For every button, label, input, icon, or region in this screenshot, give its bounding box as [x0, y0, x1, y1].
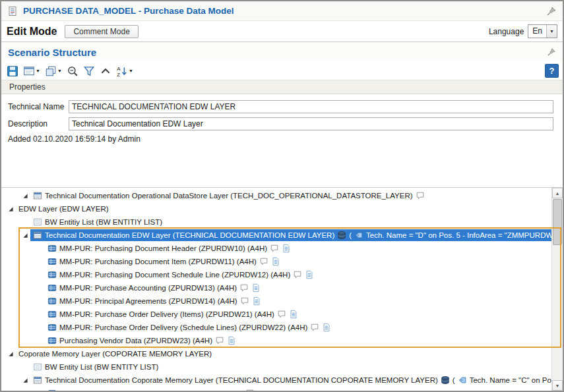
tree-expander-icon[interactable]: [20, 192, 30, 200]
tree-row[interactable]: MM-PUR: Purchase Order Delivery (Items) …: [1, 308, 551, 321]
language-select[interactable]: En ▼: [528, 24, 557, 38]
chevron-down-icon[interactable]: ▼: [546, 25, 557, 38]
titlebar-pin-button[interactable]: [546, 6, 557, 16]
tree-row[interactable]: MM-PUR: Purchase Data Header (ZPURDW10) …: [1, 387, 551, 391]
document-icon: [289, 310, 298, 319]
sort-button[interactable]: ▼: [115, 64, 135, 78]
language-group: Language En ▼: [489, 24, 557, 38]
save-button[interactable]: [5, 64, 20, 78]
description-input[interactable]: [69, 117, 553, 130]
language-label: Language: [489, 27, 524, 36]
scenario-pin-button[interactable]: [547, 47, 556, 57]
comment-mode-button[interactable]: Comment Mode: [65, 25, 138, 38]
properties-form: Technical Name Description Added 02.10.2…: [1, 94, 563, 187]
database-icon: [337, 231, 346, 240]
chevron-down-icon[interactable]: ▼: [129, 69, 133, 73]
tree-row[interactable]: BW Entity List (BW ENTITY LIST): [1, 360, 551, 374]
entity-list-icon: [33, 362, 42, 372]
tech-name-info: Tech. Name = "C" on Pos. 5 - InfoArea: [470, 376, 551, 384]
copy-button[interactable]: ▼: [44, 64, 63, 78]
help-button[interactable]: ?: [545, 64, 559, 78]
pin-icon: [547, 47, 556, 57]
collapse-all-icon: [100, 65, 111, 77]
comment-icon: [310, 323, 319, 332]
tree-row[interactable]: MM-PUR: Purchase Order Delivery (Schedul…: [1, 321, 551, 334]
tree-row[interactable]: Coporate Memory Layer (COPORATE MEMORY L…: [1, 347, 551, 360]
copy-icon: [45, 65, 57, 77]
toolbar-buttons: ▼▼▼: [5, 64, 135, 78]
scenario-tree-area: Technical Documentation Operational Data…: [1, 187, 563, 391]
technical-name-label: Technical Name: [8, 102, 69, 111]
tree-row-label: Technical Documentation Operational Data…: [45, 192, 413, 200]
scroll-down-button[interactable]: ▼: [552, 380, 563, 391]
filter-icon: [83, 65, 95, 77]
suffix-open-paren: (: [453, 376, 455, 384]
tree-row-label: BW Entitiy List (BW ENTITIY LIST): [45, 218, 162, 226]
added-info-text: Added 02.10.2020 16:59:14 by Admin: [8, 134, 553, 144]
properties-tab-label: Properties: [9, 82, 46, 92]
sort-icon: [116, 65, 128, 77]
tree-row[interactable]: Technical Documentation Operational Data…: [1, 189, 551, 202]
tree-row-label: BW Entity List (BW ENTITY LIST): [45, 363, 158, 371]
chevron-down-icon[interactable]: ▼: [36, 69, 40, 73]
tree-row[interactable]: MM-PUR: Purchasing Document Item (ZPURDW…: [1, 255, 551, 268]
app-window: PURCHASE DATA_MODEL - Purchase Data Mode…: [0, 0, 564, 392]
comment-icon: [245, 389, 255, 391]
tree-row-label: Technical Documentation Coporate Memory …: [45, 376, 438, 384]
tech-name-info: Tech. Name = "D" on Pos. 5 - InfoArea = …: [366, 231, 551, 239]
tree-expander-icon[interactable]: [5, 206, 16, 213]
data-model-icon: [47, 257, 57, 266]
data-model-icon: [47, 336, 57, 345]
properties-strip: Properties: [1, 80, 563, 94]
tree-row-label: Technical Documentation EDW Layer (TECHN…: [45, 231, 334, 239]
database-icon: [441, 376, 450, 385]
tree-row[interactable]: MM-PUR: Purchasing Document Header (ZPUR…: [1, 242, 551, 255]
app-document-icon: [7, 6, 18, 16]
tag-icon: [354, 231, 363, 240]
description-row: Description: [8, 117, 553, 130]
comment-icon: [215, 336, 224, 345]
titlebar: PURCHASE DATA_MODEL - Purchase Data Mode…: [1, 1, 563, 21]
tree-row-label: MM-PUR: Purchasing Document Schedule Lin…: [59, 271, 290, 279]
tree-row-label: MM-PUR: Purchase Accounting (ZPURDW13) (…: [59, 284, 237, 292]
zoom-button[interactable]: [65, 64, 80, 78]
tree-expander-icon[interactable]: [20, 232, 30, 239]
tree-row-label: MM-PUR: Purchase Order Delivery (Items) …: [59, 310, 274, 318]
filter-button[interactable]: [82, 64, 96, 78]
save-icon: [7, 65, 18, 77]
display-options-button[interactable]: ▼: [22, 64, 42, 78]
tree-row-label: MM-PUR: Purchase Data Header (ZPURDW10) …: [59, 389, 243, 391]
scenario-header: Scenario Structure: [1, 42, 563, 62]
comment-icon: [270, 244, 279, 253]
data-model-icon: [47, 244, 57, 253]
tree-row-label: MM-PUR: Purchase Order Delivery (Schedul…: [59, 323, 307, 331]
tree-row-label: Coporate Memory Layer (COPORATE MEMORY L…: [18, 350, 212, 358]
vertical-scrollbar[interactable]: ▲ ▼: [551, 188, 563, 391]
scenario-toolbar: ▼▼▼ ?: [1, 62, 563, 80]
data-model-icon: [47, 310, 57, 319]
document-icon: [305, 270, 314, 279]
tree-expander-icon[interactable]: [5, 350, 16, 358]
scenario-icon: [33, 191, 42, 200]
scroll-up-button[interactable]: ▲: [552, 188, 563, 198]
tree-row-label: MM-PUR: Principal Agreements (ZPURDW14) …: [59, 297, 237, 305]
tree-row[interactable]: EDW Layer (EDW LAYER): [1, 202, 551, 215]
comment-icon: [259, 257, 268, 266]
data-model-icon: [47, 296, 57, 306]
tree-row[interactable]: Technical Documentation EDW Layer (TECHN…: [1, 229, 551, 242]
tree-row[interactable]: BW Entitiy List (BW ENTITIY LIST): [1, 215, 551, 229]
comment-icon: [416, 191, 425, 200]
tree-row[interactable]: MM-PUR: Purchase Accounting (ZPURDW13) (…: [1, 281, 551, 294]
tree-row[interactable]: Purchasing Vendor Data (ZPURDW23) (A4H): [1, 334, 551, 347]
tree-expander-icon[interactable]: [20, 377, 30, 384]
tree-row-label: Purchasing Vendor Data (ZPURDW23) (A4H): [59, 337, 212, 345]
tree-row[interactable]: MM-PUR: Principal Agreements (ZPURDW14) …: [1, 294, 551, 308]
tree-rows: Technical Documentation Operational Data…: [1, 188, 551, 391]
collapse-all-button[interactable]: [98, 64, 113, 78]
technical-name-input[interactable]: [69, 100, 553, 113]
scrollbar-thumb[interactable]: [553, 199, 562, 245]
tree-row[interactable]: Technical Documentation Coporate Memory …: [1, 374, 551, 387]
chevron-down-icon[interactable]: ▼: [57, 69, 62, 73]
tree-row[interactable]: MM-PUR: Purchasing Document Schedule Lin…: [1, 268, 551, 281]
comment-icon: [239, 283, 249, 293]
